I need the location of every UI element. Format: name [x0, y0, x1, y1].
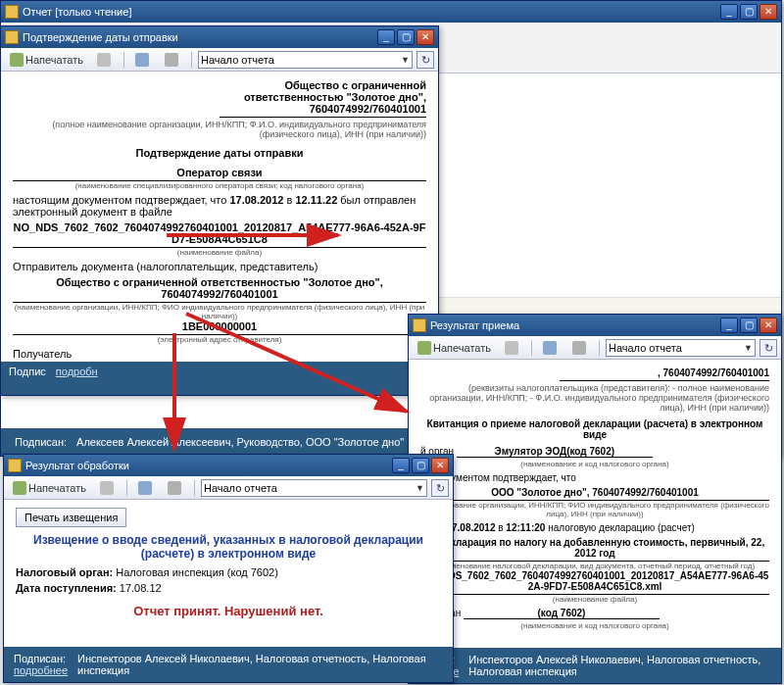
copy-button[interactable]	[95, 479, 121, 497]
footer-name: Инспекторов Алексей Николаевич, Налогова…	[468, 654, 773, 677]
zoom-out-icon	[165, 53, 178, 67]
confirm-window: Подтверждение даты отправки _ ▢ ✕ Напеча…	[0, 25, 439, 396]
more-link[interactable]: подробн	[56, 366, 98, 377]
main-title: Отчет [только чтение]	[23, 6, 131, 18]
print-button[interactable]: Напечатать	[8, 479, 91, 497]
refresh-button[interactable]: ↻	[760, 339, 777, 357]
maximize-button[interactable]: ▢	[412, 458, 429, 473]
zoom-in-icon	[138, 481, 152, 495]
nav-select[interactable]: Начало отчета▼	[606, 339, 756, 357]
confirm-titlebar[interactable]: Подтверждение даты отправки _ ▢ ✕	[1, 26, 438, 48]
confirm-toolbar: Напечатать Начало отчета▼ ↻	[1, 48, 438, 72]
doc-icon	[413, 318, 426, 332]
print-button[interactable]: Напечатать	[5, 51, 88, 69]
copy-icon	[505, 341, 518, 355]
copy-button[interactable]	[92, 51, 118, 69]
refresh-button[interactable]: ↻	[431, 479, 449, 497]
confirm-title: Подтверждение даты отправки	[23, 31, 178, 43]
minimize-button[interactable]: _	[392, 458, 410, 473]
minimize-button[interactable]: _	[377, 29, 395, 45]
footer-name: Алексеев Алексей Алексеевич, Руководство…	[76, 436, 404, 448]
print-button[interactable]: Напечатать	[413, 339, 496, 357]
zoom-in-icon	[543, 341, 557, 355]
minimize-button[interactable]: _	[720, 318, 738, 333]
receipt-window: Результат приема _ ▢ ✕ Напечатать Начало…	[408, 314, 782, 684]
zoom-out-icon	[168, 481, 181, 495]
zoom-in-button[interactable]	[133, 479, 159, 497]
close-button[interactable]: ✕	[760, 4, 777, 20]
zoom-in-icon	[135, 53, 149, 67]
print-icon	[13, 481, 26, 495]
app-icon	[5, 5, 19, 19]
result-footer: Подписан: подробнее Инспекторов Алексей …	[4, 647, 453, 682]
confirm-doc: Общество с ограниченной ответственностью…	[1, 72, 438, 371]
zoom-out-icon	[572, 341, 586, 355]
main-titlebar[interactable]: Отчет [только чтение] _ ▢ ✕	[1, 1, 781, 23]
chevron-down-icon: ▼	[401, 55, 410, 65]
result-toolbar: Напечатать Начало отчета▼ ↻	[4, 476, 453, 500]
receipt-toolbar: Напечатать Начало отчета▼ ↻	[409, 336, 781, 360]
result-window: Результат обработки _ ▢ ✕ Напечатать Нач…	[3, 454, 454, 683]
result-doc: Печать извещения Извещение о вводе сведе…	[4, 500, 453, 636]
copy-icon	[100, 481, 114, 495]
print-icon	[10, 53, 24, 67]
chevron-down-icon: ▼	[744, 343, 753, 353]
receipt-heading: Квитанция о приеме налоговой декларации …	[420, 418, 769, 440]
receipt-title: Результат приема	[430, 319, 519, 331]
print-notice-button[interactable]: Печать извещения	[16, 508, 126, 527]
maximize-button[interactable]: ▢	[397, 29, 415, 45]
doc-icon	[8, 459, 22, 472]
zoom-in-button[interactable]	[538, 339, 564, 357]
receipt-doc: , 7604074992/760401001 (реквизиты налого…	[409, 360, 781, 638]
result-title: Результат обработки	[25, 460, 129, 471]
footer-label: Подписан:	[15, 436, 67, 448]
maximize-button[interactable]: ▢	[740, 4, 758, 20]
zoom-in-button[interactable]	[130, 51, 156, 69]
refresh-button[interactable]: ↻	[416, 51, 434, 69]
nav-select[interactable]: Начало отчета▼	[198, 51, 413, 69]
close-button[interactable]: ✕	[416, 29, 434, 45]
confirm-footer: Подпис подробн	[1, 362, 438, 395]
receipt-footer: дписан: дробнее Инспекторов Алексей Нико…	[409, 648, 781, 683]
zoom-out-button[interactable]	[160, 51, 185, 69]
zoom-out-button[interactable]	[567, 339, 593, 357]
result-titlebar[interactable]: Результат обработки _ ▢ ✕	[4, 455, 453, 476]
confirm-heading: Подтверждение даты отправки	[13, 147, 426, 159]
close-button[interactable]: ✕	[760, 318, 777, 333]
footer-name: Инспекторов Алексей Николаевич, Налогова…	[77, 653, 443, 676]
result-heading: Извещение о вводе сведений, указанных в …	[20, 533, 437, 561]
copy-icon	[97, 53, 111, 67]
nav-select[interactable]: Начало отчета▼	[201, 479, 427, 497]
more-link[interactable]: подробнее	[14, 664, 68, 676]
minimize-button[interactable]: _	[720, 4, 738, 20]
chevron-down-icon: ▼	[416, 483, 424, 493]
accepted-text: Отчет принят. Нарушений нет.	[16, 604, 441, 618]
doc-icon	[5, 30, 19, 44]
print-icon	[417, 341, 431, 355]
zoom-out-button[interactable]	[163, 479, 188, 497]
maximize-button[interactable]: ▢	[740, 318, 758, 333]
close-button[interactable]: ✕	[431, 458, 449, 473]
copy-button[interactable]	[500, 339, 525, 357]
receipt-titlebar[interactable]: Результат приема _ ▢ ✕	[409, 315, 781, 336]
